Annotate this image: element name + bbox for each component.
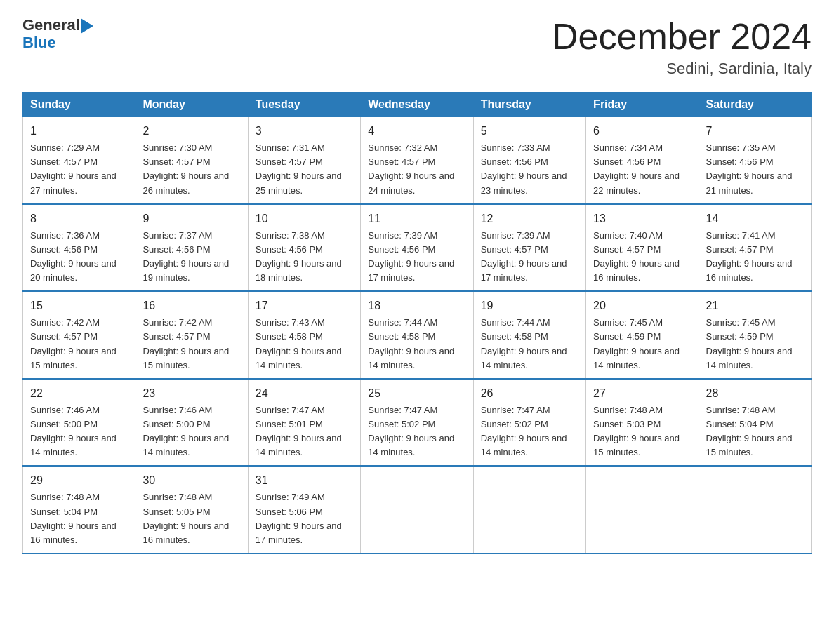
title-section: December 2024 Sedini, Sardinia, Italy [552,17,812,78]
day-number: 7 [706,123,804,140]
day-info: Sunrise: 7:39 AMSunset: 4:57 PMDaylight:… [481,229,578,286]
day-number: 28 [706,385,804,402]
day-number: 3 [256,123,353,140]
day-number: 10 [256,210,353,227]
calendar-cell: 6Sunrise: 7:34 AMSunset: 4:56 PMDaylight… [586,117,699,204]
day-info: Sunrise: 7:46 AMSunset: 5:00 PMDaylight:… [143,403,240,460]
calendar-week-4: 22Sunrise: 7:46 AMSunset: 5:00 PMDayligh… [23,379,812,467]
calendar-cell: 4Sunrise: 7:32 AMSunset: 4:57 PMDaylight… [361,117,473,204]
weekday-header-sunday: Sunday [23,93,135,117]
page-header: General Blue December 2024 Sedini, Sardi… [22,17,812,78]
day-info: Sunrise: 7:48 AMSunset: 5:04 PMDaylight:… [706,403,804,460]
calendar-cell: 29Sunrise: 7:48 AMSunset: 5:04 PMDayligh… [23,466,135,554]
day-info: Sunrise: 7:34 AMSunset: 4:56 PMDaylight:… [593,141,691,198]
day-number: 26 [481,385,578,402]
day-number: 14 [706,210,804,227]
day-number: 31 [256,472,353,489]
calendar-subtitle: Sedini, Sardinia, Italy [552,60,812,78]
calendar-cell: 27Sunrise: 7:48 AMSunset: 5:03 PMDayligh… [586,379,699,467]
day-info: Sunrise: 7:32 AMSunset: 4:57 PMDaylight:… [368,141,465,198]
day-info: Sunrise: 7:39 AMSunset: 4:56 PMDaylight:… [368,229,465,286]
day-info: Sunrise: 7:30 AMSunset: 4:57 PMDaylight:… [143,141,240,198]
day-info: Sunrise: 7:43 AMSunset: 4:58 PMDaylight:… [256,316,353,373]
logo: General Blue [22,17,93,52]
day-info: Sunrise: 7:48 AMSunset: 5:04 PMDaylight:… [30,490,128,547]
calendar-cell [473,466,585,554]
day-number: 5 [481,123,578,140]
weekday-header-friday: Friday [586,93,699,117]
day-info: Sunrise: 7:38 AMSunset: 4:56 PMDaylight:… [256,229,353,286]
day-number: 4 [368,123,465,140]
day-number: 21 [706,297,804,314]
day-info: Sunrise: 7:48 AMSunset: 5:03 PMDaylight:… [593,403,691,460]
calendar-cell: 26Sunrise: 7:47 AMSunset: 5:02 PMDayligh… [473,379,585,467]
calendar-cell: 18Sunrise: 7:44 AMSunset: 4:58 PMDayligh… [361,291,473,379]
day-number: 9 [143,210,240,227]
day-number: 29 [30,472,128,489]
calendar-cell: 3Sunrise: 7:31 AMSunset: 4:57 PMDaylight… [248,117,360,204]
calendar-cell: 13Sunrise: 7:40 AMSunset: 4:57 PMDayligh… [586,204,699,292]
calendar-cell [699,466,811,554]
day-number: 16 [143,297,240,314]
calendar-cell: 12Sunrise: 7:39 AMSunset: 4:57 PMDayligh… [473,204,585,292]
day-info: Sunrise: 7:47 AMSunset: 5:02 PMDaylight:… [481,403,578,460]
weekday-header-saturday: Saturday [699,93,811,117]
day-number: 25 [368,385,465,402]
calendar-cell: 23Sunrise: 7:46 AMSunset: 5:00 PMDayligh… [135,379,248,467]
day-info: Sunrise: 7:40 AMSunset: 4:57 PMDaylight:… [593,229,691,286]
day-info: Sunrise: 7:41 AMSunset: 4:57 PMDaylight:… [706,229,804,286]
day-info: Sunrise: 7:44 AMSunset: 4:58 PMDaylight:… [368,316,465,373]
calendar-cell: 21Sunrise: 7:45 AMSunset: 4:59 PMDayligh… [699,291,811,379]
day-number: 23 [143,385,240,402]
day-info: Sunrise: 7:45 AMSunset: 4:59 PMDaylight:… [593,316,691,373]
calendar-cell: 17Sunrise: 7:43 AMSunset: 4:58 PMDayligh… [248,291,360,379]
day-number: 30 [143,472,240,489]
day-info: Sunrise: 7:42 AMSunset: 4:57 PMDaylight:… [143,316,240,373]
day-number: 2 [143,123,240,140]
day-info: Sunrise: 7:37 AMSunset: 4:56 PMDaylight:… [143,229,240,286]
day-info: Sunrise: 7:48 AMSunset: 5:05 PMDaylight:… [143,490,240,547]
calendar-table: SundayMondayTuesdayWednesdayThursdayFrid… [22,92,812,554]
weekday-header-thursday: Thursday [473,93,585,117]
calendar-cell: 7Sunrise: 7:35 AMSunset: 4:56 PMDaylight… [699,117,811,204]
calendar-cell: 14Sunrise: 7:41 AMSunset: 4:57 PMDayligh… [699,204,811,292]
day-number: 12 [481,210,578,227]
logo-general: General [22,17,80,34]
weekday-header-tuesday: Tuesday [248,93,360,117]
day-number: 11 [368,210,465,227]
day-info: Sunrise: 7:29 AMSunset: 4:57 PMDaylight:… [30,141,128,198]
day-number: 15 [30,297,128,314]
calendar-week-2: 8Sunrise: 7:36 AMSunset: 4:56 PMDaylight… [23,204,812,292]
calendar-cell: 19Sunrise: 7:44 AMSunset: 4:58 PMDayligh… [473,291,585,379]
day-number: 13 [593,210,691,227]
day-number: 19 [481,297,578,314]
day-info: Sunrise: 7:42 AMSunset: 4:57 PMDaylight:… [30,316,128,373]
day-info: Sunrise: 7:49 AMSunset: 5:06 PMDaylight:… [256,490,353,547]
day-info: Sunrise: 7:47 AMSunset: 5:02 PMDaylight:… [368,403,465,460]
calendar-week-5: 29Sunrise: 7:48 AMSunset: 5:04 PMDayligh… [23,466,812,554]
calendar-cell: 16Sunrise: 7:42 AMSunset: 4:57 PMDayligh… [135,291,248,379]
calendar-cell [361,466,473,554]
logo-arrow-icon [81,18,93,34]
calendar-cell: 11Sunrise: 7:39 AMSunset: 4:56 PMDayligh… [361,204,473,292]
day-number: 20 [593,297,691,314]
calendar-cell: 5Sunrise: 7:33 AMSunset: 4:56 PMDaylight… [473,117,585,204]
day-number: 1 [30,123,128,140]
calendar-cell: 15Sunrise: 7:42 AMSunset: 4:57 PMDayligh… [23,291,135,379]
day-info: Sunrise: 7:46 AMSunset: 5:00 PMDaylight:… [30,403,128,460]
calendar-cell: 25Sunrise: 7:47 AMSunset: 5:02 PMDayligh… [361,379,473,467]
svg-marker-0 [81,18,93,34]
day-info: Sunrise: 7:47 AMSunset: 5:01 PMDaylight:… [256,403,353,460]
calendar-cell: 1Sunrise: 7:29 AMSunset: 4:57 PMDaylight… [23,117,135,204]
day-number: 22 [30,385,128,402]
calendar-cell: 9Sunrise: 7:37 AMSunset: 4:56 PMDaylight… [135,204,248,292]
day-info: Sunrise: 7:45 AMSunset: 4:59 PMDaylight:… [706,316,804,373]
day-number: 8 [30,210,128,227]
calendar-week-3: 15Sunrise: 7:42 AMSunset: 4:57 PMDayligh… [23,291,812,379]
day-info: Sunrise: 7:33 AMSunset: 4:56 PMDaylight:… [481,141,578,198]
calendar-week-1: 1Sunrise: 7:29 AMSunset: 4:57 PMDaylight… [23,117,812,204]
calendar-cell [586,466,699,554]
day-number: 17 [256,297,353,314]
calendar-cell: 28Sunrise: 7:48 AMSunset: 5:04 PMDayligh… [699,379,811,467]
calendar-cell: 10Sunrise: 7:38 AMSunset: 4:56 PMDayligh… [248,204,360,292]
